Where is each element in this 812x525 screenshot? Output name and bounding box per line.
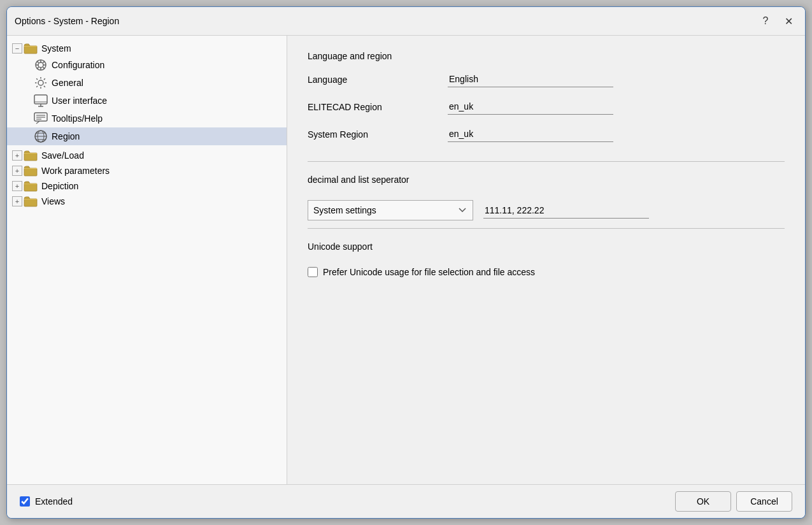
decimal-separator-row: System settings [308, 200, 785, 220]
tree-label-save-load: Save/Load [41, 150, 84, 161]
system-region-row: System Region [308, 126, 785, 142]
tree-item-views[interactable]: + Views [7, 194, 287, 209]
tree-item-system[interactable]: − System [7, 41, 287, 56]
globe-icon [34, 129, 48, 143]
bottom-bar: Extended OK Cancel [7, 484, 805, 518]
svg-line-8 [37, 61, 39, 63]
folder-icon-work-parameters [24, 165, 38, 176]
elitecad-region-input[interactable] [448, 99, 613, 115]
decimal-separator-dropdown[interactable]: System settings [308, 200, 473, 220]
system-region-input[interactable] [448, 126, 613, 142]
svg-rect-32 [24, 199, 37, 199]
tree-item-save-load[interactable]: + Save/Load [7, 148, 287, 163]
svg-rect-12 [34, 95, 47, 104]
svg-rect-0 [24, 46, 37, 54]
section3-title: Unicode support [308, 241, 785, 252]
svg-rect-31 [24, 199, 37, 206]
svg-rect-1 [24, 46, 37, 47]
svg-line-11 [37, 67, 39, 69]
svg-rect-27 [24, 168, 37, 176]
title-bar: Options - System - Region ? ✕ [7, 7, 805, 36]
tree-item-tooltips-help[interactable]: Tooltips/Help [7, 110, 287, 127]
tree-expand-depiction[interactable]: + [12, 181, 22, 191]
tree-label-depiction: Depiction [41, 181, 78, 191]
tree-item-configuration[interactable]: Configuration [7, 56, 287, 74]
svg-line-10 [43, 61, 45, 63]
cancel-button[interactable]: Cancel [736, 491, 792, 512]
svg-rect-30 [24, 183, 37, 184]
tree-item-depiction[interactable]: + Depiction [7, 178, 287, 194]
separator1 [308, 161, 785, 162]
language-label: Language [308, 75, 448, 85]
gear-icon [34, 76, 48, 90]
action-buttons: OK Cancel [675, 491, 792, 512]
folder-icon-views [24, 196, 38, 207]
folder-icon-depiction [24, 180, 38, 192]
svg-line-9 [43, 67, 45, 69]
ok-button[interactable]: OK [675, 491, 731, 512]
tree-label-work-parameters: Work parameters [41, 166, 110, 176]
tree-item-work-parameters[interactable]: + Work parameters [7, 163, 287, 178]
separator2 [308, 228, 785, 229]
options-dialog: Options - System - Region ? ✕ − System [6, 6, 806, 519]
language-input[interactable] [448, 71, 613, 87]
svg-rect-29 [24, 183, 37, 191]
help-button[interactable]: ? [757, 12, 774, 30]
unicode-checkbox-row: Prefer Unicode usage for file selection … [308, 267, 785, 277]
tree-label-region: Region [52, 131, 80, 141]
tree-expand-system[interactable]: − [12, 43, 22, 54]
folder-icon-save-load [24, 150, 38, 161]
tree-expand-work-parameters[interactable]: + [12, 166, 22, 176]
unicode-checkbox[interactable] [308, 267, 318, 277]
elitecad-region-label: ELITECAD Region [308, 102, 448, 112]
tree-expand-save-load[interactable]: + [12, 150, 22, 161]
title-controls: ? ✕ [757, 12, 797, 30]
tree-label-tooltips-help: Tooltips/Help [52, 113, 103, 124]
extended-row: Extended [20, 496, 73, 507]
tree-expand-views[interactable]: + [12, 196, 22, 206]
svg-rect-25 [24, 153, 37, 161]
tooltip-icon [34, 111, 48, 126]
tree-label-user-interface: User interface [52, 96, 107, 106]
extended-label: Extended [35, 496, 73, 507]
dialog-body: − System [7, 36, 805, 484]
left-panel: − System [7, 36, 287, 484]
language-row: Language [308, 71, 785, 87]
svg-point-3 [38, 62, 43, 68]
tree-label-configuration: Configuration [52, 60, 104, 70]
unicode-checkbox-label: Prefer Unicode usage for file selection … [323, 267, 535, 277]
svg-rect-26 [24, 153, 37, 154]
system-region-label: System Region [308, 129, 448, 140]
close-button[interactable]: ✕ [780, 12, 797, 30]
svg-rect-28 [24, 168, 37, 169]
section2-title: decimal and list seperator [308, 175, 785, 185]
decimal-preview-input [483, 203, 649, 219]
monitor-icon [34, 94, 48, 108]
elitecad-region-row: ELITECAD Region [308, 99, 785, 115]
config-icon [34, 58, 48, 72]
tree-label-views: Views [41, 196, 65, 206]
extended-checkbox[interactable] [20, 496, 30, 507]
tree-item-user-interface[interactable]: User interface [7, 92, 287, 110]
section1-title: Language and region [308, 51, 785, 61]
tree-label-general: General [52, 78, 83, 88]
right-panel: Language and region Language ELITECAD Re… [287, 36, 805, 484]
folder-icon-system [24, 43, 38, 54]
tree-item-general[interactable]: General [7, 74, 287, 92]
dialog-title: Options - System - Region [15, 16, 119, 26]
tree-item-region[interactable]: Region [7, 127, 287, 145]
tree-label-system: System [41, 43, 71, 54]
